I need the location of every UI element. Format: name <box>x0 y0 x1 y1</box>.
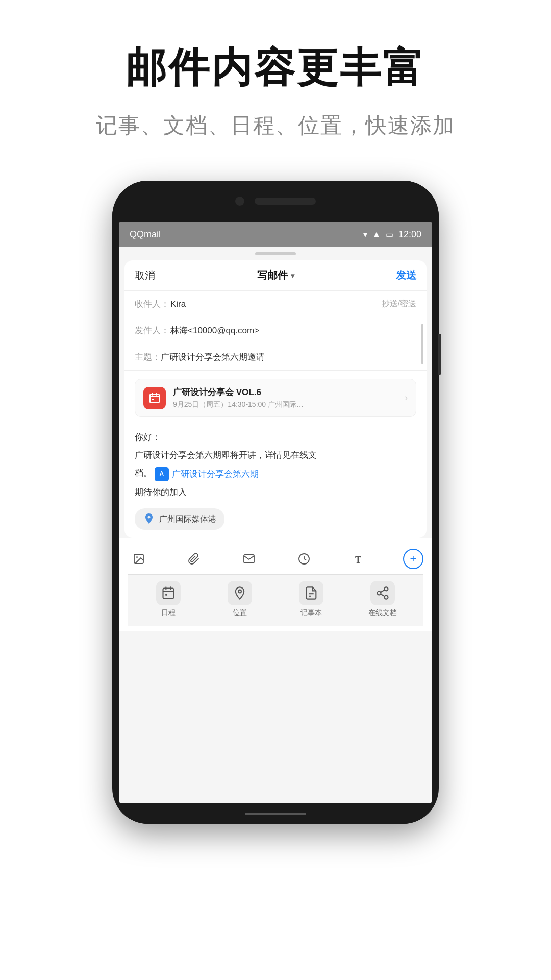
add-button[interactable]: + <box>403 549 423 569</box>
subject-field: 主题： 广研设计分享会第六期邀请 <box>124 344 427 371</box>
compose-title-text: 写邮件 <box>257 268 288 282</box>
svg-rect-9 <box>163 588 174 598</box>
from-value[interactable]: 林海<10000@qq.com> <box>170 325 416 336</box>
location-chip-wrapper: 广州国际媒体港 <box>135 503 416 530</box>
event-card[interactable]: 广研设计分享会 VOL.6 9月25日（周五）14:30-15:00 广州国际…… <box>135 379 416 417</box>
tab-note-label: 记事本 <box>300 608 322 618</box>
event-time: 9月25日（周五）14:30-15:00 广州国际… <box>173 400 405 409</box>
email-closing: 期待你的加入 <box>135 485 416 499</box>
email-text-1: 广研设计分享会第六期即将开讲，详情见在线文 <box>135 450 317 460</box>
cancel-button[interactable]: 取消 <box>135 268 155 282</box>
cc-button[interactable]: 抄送/密送 <box>382 299 416 309</box>
svg-text:T: T <box>355 555 361 565</box>
doc-icon: A <box>155 467 169 481</box>
phone-top-bar <box>112 181 439 222</box>
tab-calendar-icon <box>156 581 181 605</box>
compose-nav: 取消 写邮件 ▾ 发送 <box>124 260 427 291</box>
phone-side-button <box>438 334 441 375</box>
svg-point-19 <box>385 595 388 599</box>
compose-title: 写邮件 ▾ <box>257 268 294 282</box>
email-body[interactable]: 你好： 广研设计分享会第六期即将开讲，详情见在线文 档。 A 广研设计分享会第六… <box>124 425 427 538</box>
phone-mockup: QQmail ▾ ▲ ▭ 12:00 取消 <box>112 181 439 854</box>
text-format-icon[interactable]: T <box>348 548 370 570</box>
tab-online-doc-icon <box>370 581 395 605</box>
svg-point-14 <box>238 590 241 593</box>
tab-note[interactable]: 记事本 <box>286 581 337 618</box>
tab-location[interactable]: 位置 <box>214 581 265 618</box>
phone-outer: QQmail ▾ ▲ ▭ 12:00 取消 <box>112 181 439 824</box>
svg-rect-4 <box>152 399 154 400</box>
phone-speaker <box>255 198 316 205</box>
tab-location-label: 位置 <box>233 608 247 618</box>
inline-doc[interactable]: A 广研设计分享会第六期 <box>155 467 259 481</box>
tab-note-icon <box>299 581 323 605</box>
drag-handle <box>255 252 296 255</box>
status-bar: QQmail ▾ ▲ ▭ 12:00 <box>119 222 432 247</box>
event-title: 广研设计分享会 VOL.6 <box>173 386 405 398</box>
svg-rect-13 <box>165 594 167 596</box>
email-text-2: 档。 <box>135 468 152 478</box>
email-line2: 档。 A 广研设计分享会第六期 <box>135 466 416 481</box>
toolbar-icons: T + <box>128 544 423 574</box>
location-pin-icon <box>143 513 155 525</box>
subject-value[interactable]: 广研设计分享会第六期邀请 <box>161 351 265 363</box>
bottom-toolbar: T + <box>119 538 432 631</box>
subject-label: 主题： <box>135 351 161 363</box>
email-line1: 广研设计分享会第六期即将开讲，详情见在线文 <box>135 448 416 462</box>
tab-calendar[interactable]: 日程 <box>143 581 194 618</box>
tab-calendar-label: 日程 <box>161 608 176 618</box>
to-label: 收件人： <box>135 298 170 310</box>
from-label: 发件人： <box>135 325 170 336</box>
home-indicator <box>245 813 306 815</box>
phone-bottom <box>112 803 439 824</box>
phone-screen: QQmail ▾ ▲ ▭ 12:00 取消 <box>119 222 432 803</box>
svg-point-6 <box>136 556 138 558</box>
header-section: 邮件内容更丰富 记事、文档、日程、位置，快速添加 <box>0 0 551 160</box>
signal-icon: ▲ <box>372 230 381 239</box>
battery-icon: ▭ <box>386 230 393 239</box>
compose-title-arrow-icon[interactable]: ▾ <box>291 272 294 280</box>
send-button[interactable]: 发送 <box>396 268 416 282</box>
email-compose: 取消 写邮件 ▾ 发送 收件人： Kira 抄送/密送 <box>124 260 427 538</box>
tab-online-doc-label: 在线文档 <box>368 608 397 618</box>
status-icons: ▾ ▲ ▭ 12:00 <box>363 229 421 240</box>
calendar-event-icon <box>143 387 166 409</box>
status-time: 12:00 <box>398 229 421 240</box>
svg-rect-0 <box>150 394 159 403</box>
event-info: 广研设计分享会 VOL.6 9月25日（周五）14:30-15:00 广州国际… <box>173 386 405 409</box>
svg-point-17 <box>385 587 388 591</box>
to-value[interactable]: Kira <box>170 299 382 309</box>
attach-icon[interactable] <box>183 548 205 570</box>
tab-online-doc[interactable]: 在线文档 <box>357 581 408 618</box>
status-app-name: QQmail <box>130 229 161 240</box>
location-chip[interactable]: 广州国际媒体港 <box>135 508 224 530</box>
svg-line-21 <box>381 590 385 592</box>
svg-line-20 <box>381 594 385 597</box>
svg-point-18 <box>378 591 381 595</box>
to-field: 收件人： Kira 抄送/密送 <box>124 291 427 317</box>
main-title: 邮件内容更丰富 <box>31 41 520 96</box>
email-icon[interactable] <box>238 548 260 570</box>
scrollbar <box>421 324 423 364</box>
tab-location-icon <box>228 581 252 605</box>
location-name: 广州国际媒体港 <box>159 512 216 526</box>
from-field: 发件人： 林海<10000@qq.com> <box>124 317 427 344</box>
email-greeting: 你好： <box>135 430 416 444</box>
clock-icon[interactable] <box>293 548 315 570</box>
wifi-icon: ▾ <box>363 230 367 239</box>
sub-title: 记事、文档、日程、位置，快速添加 <box>31 111 520 140</box>
image-icon[interactable] <box>128 548 150 570</box>
event-arrow-icon: › <box>405 393 408 403</box>
bottom-tabs: 日程 位置 <box>128 574 423 626</box>
phone-camera <box>235 197 244 206</box>
doc-link[interactable]: 广研设计分享会第六期 <box>172 467 259 481</box>
